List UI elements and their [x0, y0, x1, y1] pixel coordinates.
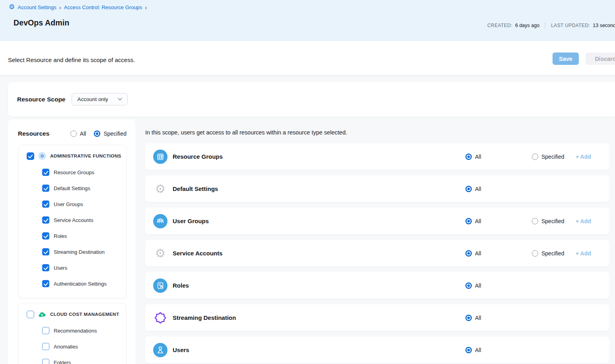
checkbox-item-streaming-destination[interactable]: Streaming Destination: [18, 244, 126, 260]
radio-selected-icon: [465, 347, 472, 353]
action-bar: Select Resource and define its scope of …: [0, 41, 615, 76]
row-title: Default Settings: [173, 185, 218, 192]
checkbox-icon: [42, 216, 49, 224]
resources-radio-all[interactable]: All: [70, 130, 86, 137]
group-header: ⚙ ADMINISTRATIVE FUNCTIONS: [18, 152, 126, 160]
checkbox-administrative-functions[interactable]: [27, 152, 34, 160]
chevron-down-icon: [118, 98, 122, 101]
checkbox-item-label: Anomalies: [54, 344, 78, 350]
page-header: ⚙ Account Settings › Access Control: Res…: [0, 0, 615, 41]
header-meta: CREATED: 6 days ago LAST UPDATED: 13 sec…: [487, 22, 615, 28]
checkbox-item-label: Folders: [54, 360, 71, 364]
checkbox-item-service-accounts[interactable]: Service Accounts: [18, 212, 126, 228]
resource-groups-icon: [153, 150, 167, 164]
roles-icon: [153, 278, 167, 293]
checkbox-icon: [42, 169, 49, 176]
row-title: Streaming Destination: [173, 314, 236, 321]
vertical-divider: [545, 22, 545, 28]
checkbox-item-recommendations[interactable]: Recommendations: [18, 323, 126, 339]
row-radio-all[interactable]: All: [465, 218, 532, 224]
radio-specified-label: Specified: [541, 154, 564, 160]
chevron-right-icon: ›: [145, 4, 147, 10]
page-title: DevOps Admin: [14, 18, 69, 27]
checkbox-icon: [42, 343, 49, 350]
created-label: CREATED:: [487, 23, 512, 28]
row-radio-all[interactable]: All: [465, 186, 532, 192]
row-controls: All: [465, 304, 609, 331]
settings-gear-icon: ⚙: [9, 4, 15, 10]
row-radio-specified[interactable]: Specified: [532, 250, 576, 257]
resources-radio-specified[interactable]: Specified: [94, 130, 127, 137]
row-title: Service Accounts: [173, 250, 222, 257]
radio-all-label: All: [475, 315, 481, 321]
row-controls: All: [465, 272, 609, 299]
group-label: CLOUD COST MANAGEMENT: [50, 311, 119, 317]
resource-row-service-accounts: ⚙ Service Accounts All Specified + Add: [145, 240, 609, 267]
group-label: ADMINISTRATIVE FUNCTIONS: [50, 153, 121, 159]
resource-row-resource-groups: Resource Groups All Specified + Add: [145, 143, 609, 170]
row-radio-specified[interactable]: Specified: [532, 154, 576, 160]
cloud-cost-management-icon: $: [38, 310, 46, 318]
radio-all-label: All: [475, 347, 481, 353]
row-controls: All Specified + Add: [465, 143, 609, 170]
checkbox-item-user-groups[interactable]: User Groups: [18, 196, 126, 212]
row-radio-all[interactable]: All: [465, 250, 532, 257]
radio-selected-icon: [465, 186, 472, 192]
last-updated-label: LAST UPDATED:: [551, 23, 590, 28]
checkbox-item-roles[interactable]: Roles: [18, 228, 126, 244]
group-items: Recommendations Anomalies Folders: [18, 323, 126, 364]
checkbox-icon: [42, 185, 49, 192]
radio-all-label: All: [475, 250, 481, 257]
checkbox-item-label: Authentication Settings: [54, 281, 107, 287]
resource-rows: Resource Groups All Specified + Add: [145, 143, 609, 363]
checkbox-item-resource-groups[interactable]: Resource Groups: [18, 164, 126, 180]
discard-button[interactable]: Discard: [586, 53, 615, 65]
resources-title: Resources: [18, 130, 49, 137]
add-button[interactable]: + Add: [576, 218, 591, 224]
last-updated-value: 13 seconds ago: [593, 23, 615, 28]
checkbox-icon: [42, 327, 49, 334]
resource-row-default-settings: ⚙ Default Settings All: [145, 175, 609, 202]
streaming-destination-icon: [153, 311, 167, 325]
checkbox-icon: [42, 232, 49, 239]
radio-selected-icon: [465, 218, 472, 224]
checkbox-icon: [42, 200, 49, 208]
content-area: Resources All Specified ⚙: [0, 119, 615, 364]
checkbox-item-label: Roles: [54, 233, 67, 239]
breadcrumb-account-settings[interactable]: Account Settings: [18, 4, 56, 10]
checkbox-item-authentication-settings[interactable]: Authentication Settings: [18, 276, 126, 292]
app-window: ⚙ Account Settings › Access Control: Res…: [0, 0, 615, 364]
settings-gear-icon: ⚙: [153, 182, 167, 196]
add-button[interactable]: + Add: [576, 250, 591, 257]
row-controls: All: [465, 175, 609, 202]
row-radio-all[interactable]: All: [465, 315, 532, 321]
radio-selected-icon: [465, 315, 472, 321]
group-header: $ CLOUD COST MANAGEMENT: [18, 310, 126, 319]
administrative-functions-icon: ⚙: [38, 152, 46, 160]
checkbox-item-label: Resource Groups: [54, 169, 94, 175]
row-radio-specified[interactable]: Specified: [532, 218, 576, 224]
radio-all-label: All: [475, 282, 481, 289]
row-radio-all[interactable]: All: [465, 154, 532, 160]
resource-group-cloud-cost-management: $ CLOUD COST MANAGEMENT Recommendations …: [18, 303, 127, 364]
breadcrumb: ⚙ Account Settings › Access Control: Res…: [9, 4, 147, 11]
main-content: In this scope, users get access to all r…: [145, 119, 615, 364]
breadcrumb-access-control-resource-groups[interactable]: Access Control: Resource Groups: [64, 4, 142, 10]
checkbox-cloud-cost-management[interactable]: [27, 311, 34, 318]
row-radio-all[interactable]: All: [465, 347, 532, 353]
radio-all-label: All: [475, 186, 481, 192]
scope-note: In this scope, users get access to all r…: [145, 129, 609, 136]
row-controls: All Specified + Add: [465, 208, 609, 234]
checkbox-item-users[interactable]: Users: [18, 260, 126, 276]
save-button[interactable]: Save: [553, 53, 579, 65]
checkbox-item-anomalies[interactable]: Anomalies: [18, 339, 126, 354]
resource-scope-select[interactable]: Account only: [72, 93, 127, 105]
checkbox-item-default-settings[interactable]: Default Settings: [18, 180, 126, 196]
svg-text:$: $: [41, 313, 43, 317]
add-button[interactable]: + Add: [576, 154, 591, 160]
radio-selected-icon: [94, 130, 100, 137]
row-radio-all[interactable]: All: [465, 282, 532, 289]
radio-unselected-icon: [532, 218, 538, 224]
checkbox-item-label: Default Settings: [54, 185, 90, 191]
checkbox-item-folders[interactable]: Folders: [18, 354, 126, 364]
